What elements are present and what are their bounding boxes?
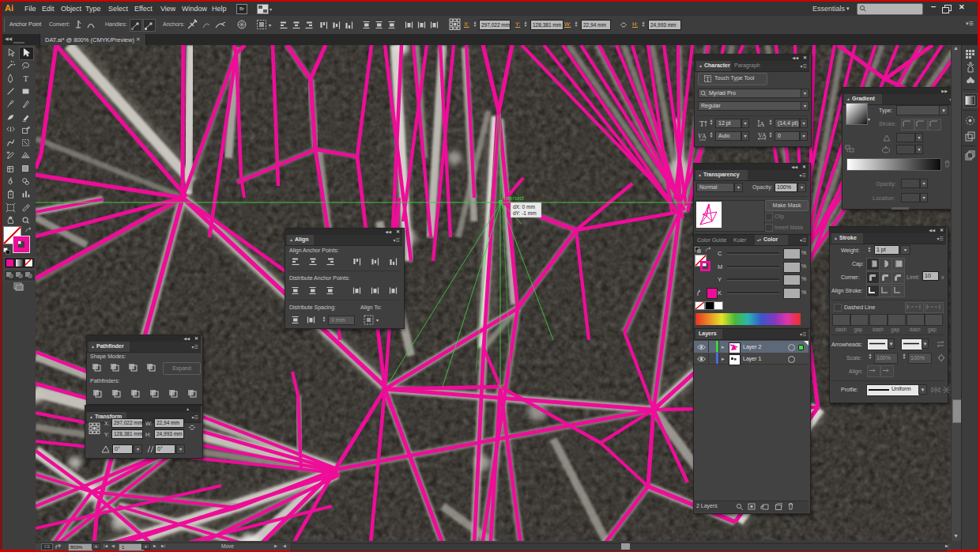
svg-text:intersect: intersect <box>504 195 524 201</box>
svg-text:A: A <box>762 132 767 139</box>
svg-text:A: A <box>760 120 765 128</box>
svg-text:T: T <box>706 76 710 83</box>
svg-text:A: A <box>702 133 707 140</box>
svg-text:dY: -1 mm: dY: -1 mm <box>513 210 537 216</box>
svg-text:dX: 0 mm: dX: 0 mm <box>513 204 535 210</box>
svg-text:T: T <box>699 119 704 128</box>
svg-text:T: T <box>23 74 28 83</box>
